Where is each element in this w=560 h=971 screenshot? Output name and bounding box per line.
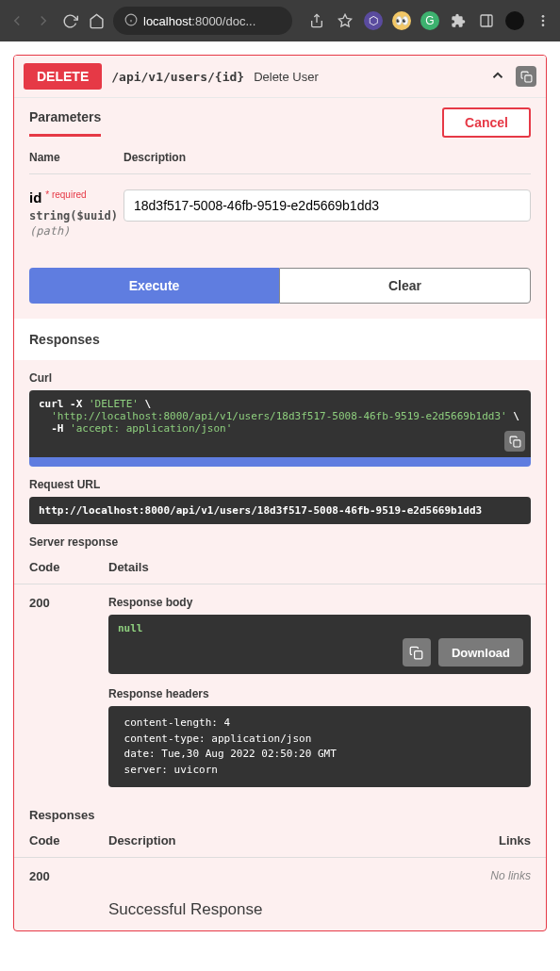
panel-icon[interactable] (477, 11, 496, 30)
param-name: id (29, 189, 41, 206)
svg-rect-5 (481, 15, 492, 26)
param-in: (path) (29, 224, 124, 238)
copy-path-icon[interactable] (516, 66, 536, 87)
url-bar[interactable]: localhost:8000/doc... (113, 7, 292, 35)
svg-point-9 (542, 24, 545, 26)
chevron-up-icon[interactable] (489, 67, 506, 87)
response-headers-label: Response headers (108, 687, 531, 700)
doc-response-links: No links (455, 869, 531, 883)
param-type: string($uuid) (29, 209, 124, 222)
method-badge: DELETE (24, 63, 102, 90)
forward-icon[interactable] (34, 11, 53, 30)
operation-path: /api/v1/users/{id} (111, 70, 244, 84)
operation-summary[interactable]: DELETE /api/v1/users/{id} Delete User (14, 56, 546, 98)
parameters-title: Parameters (29, 109, 101, 137)
response-columns: Code Details (14, 554, 546, 584)
copy-body-icon[interactable] (403, 638, 431, 667)
extensions-puzzle-icon[interactable] (449, 11, 468, 30)
parameters-table: Name Description id * required string($u… (14, 138, 546, 253)
documented-responses-title: Responses (14, 800, 546, 828)
server-response-row: 200 Response body null Download Response… (14, 584, 546, 800)
extension-icons: ⬡ 👀 G (307, 11, 552, 30)
svg-point-8 (542, 20, 545, 23)
menu-dots-icon[interactable] (534, 11, 552, 30)
extension-icon[interactable]: 👀 (392, 11, 411, 30)
clear-button[interactable]: Clear (279, 268, 531, 304)
response-body-text: null (118, 622, 143, 634)
server-response-label: Server response (14, 524, 546, 554)
browser-toolbar: localhost:8000/doc... ⬡ 👀 G (0, 0, 560, 41)
response-code: 200 (29, 596, 108, 800)
request-url-block: http://localhost:8000/api/v1/users/18d3f… (29, 497, 531, 524)
page-content: DELETE /api/v1/users/{id} Delete User Pa… (0, 41, 560, 945)
bookmark-star-icon[interactable] (336, 11, 354, 30)
col-code: Code (29, 833, 108, 848)
svg-point-7 (542, 15, 545, 18)
back-icon[interactable] (8, 11, 26, 30)
parameters-header: Parameters Cancel (14, 98, 546, 138)
profile-avatar-icon[interactable] (505, 11, 524, 30)
col-code: Code (29, 560, 108, 574)
request-url-label: Request URL (29, 478, 531, 491)
url-text: localhost:8000/doc... (143, 14, 255, 28)
param-required-label: * required (45, 189, 86, 200)
doc-response-code: 200 (29, 869, 108, 883)
download-button[interactable]: Download (438, 638, 523, 667)
execute-button[interactable]: Execute (29, 268, 279, 304)
extension-icon[interactable]: G (420, 11, 439, 30)
copy-curl-icon[interactable] (504, 431, 525, 452)
response-body-label: Response body (108, 596, 531, 609)
extension-icon[interactable]: ⬡ (364, 11, 383, 30)
share-icon[interactable] (307, 11, 326, 30)
doc-response-description: Successful Response (14, 889, 546, 930)
execute-row: Execute Clear (14, 253, 546, 319)
svg-rect-10 (524, 74, 531, 81)
curl-command-block: curl -X 'DELETE' \ 'http://localhost:800… (29, 390, 531, 467)
documented-response-columns: Code Description Links (14, 828, 546, 858)
responses-title: Responses (14, 319, 546, 360)
col-details: Details (108, 560, 531, 574)
col-header-name: Name (29, 151, 124, 164)
response-body-block: null Download (108, 615, 531, 674)
col-links: Links (455, 833, 531, 848)
svg-rect-11 (513, 439, 519, 446)
reload-icon[interactable] (60, 11, 79, 30)
curl-label: Curl (29, 371, 531, 385)
operation-description: Delete User (254, 70, 319, 84)
operation-block: DELETE /api/v1/users/{id} Delete User Pa… (13, 55, 547, 931)
col-header-description: Description (124, 151, 531, 164)
param-value-input[interactable] (124, 189, 531, 222)
site-info-icon[interactable] (124, 13, 138, 29)
col-description: Description (108, 833, 455, 848)
svg-marker-4 (338, 14, 351, 26)
response-headers-block: content-length: 4 content-type: applicat… (108, 706, 531, 787)
documented-response-row: 200 No links (14, 858, 546, 889)
parameter-row: id * required string($uuid) (path) (29, 174, 531, 253)
svg-rect-12 (415, 650, 422, 658)
cancel-button[interactable]: Cancel (442, 107, 531, 138)
home-icon[interactable] (87, 11, 106, 30)
